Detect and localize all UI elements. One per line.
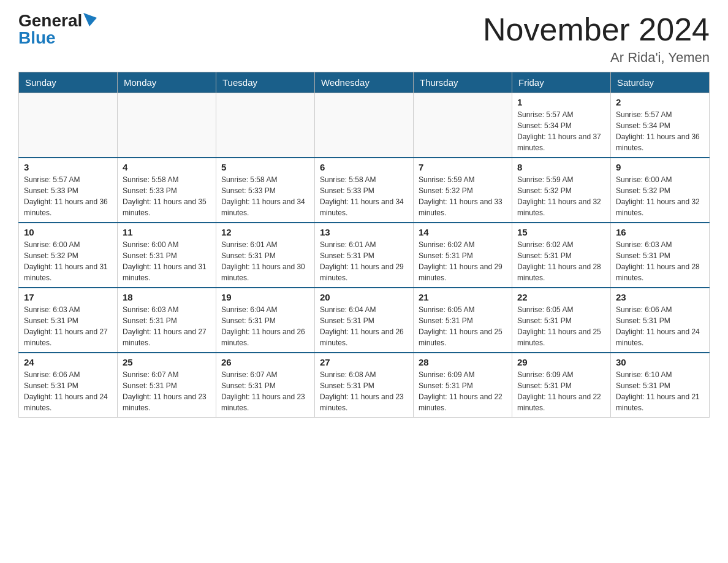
day-info: Sunrise: 6:03 AM Sunset: 5:31 PM Dayligh… <box>123 304 211 348</box>
calendar-cell: 28Sunrise: 6:09 AM Sunset: 5:31 PM Dayli… <box>414 353 512 418</box>
calendar-cell <box>118 93 216 158</box>
day-number: 4 <box>123 162 211 172</box>
day-number: 29 <box>517 357 605 367</box>
day-number: 7 <box>419 162 507 172</box>
day-number: 17 <box>24 292 112 302</box>
calendar-cell: 30Sunrise: 6:10 AM Sunset: 5:31 PM Dayli… <box>611 353 710 418</box>
page-header: General Blue November 2024 Ar Rida'i, Ye… <box>18 12 710 66</box>
calendar-cell: 4Sunrise: 5:58 AM Sunset: 5:33 PM Daylig… <box>118 158 216 223</box>
logo-icon <box>83 13 97 26</box>
day-number: 16 <box>616 227 704 237</box>
week-row-5: 24Sunrise: 6:06 AM Sunset: 5:31 PM Dayli… <box>19 353 710 418</box>
day-number: 21 <box>419 292 507 302</box>
calendar-cell: 20Sunrise: 6:04 AM Sunset: 5:31 PM Dayli… <box>315 288 414 353</box>
day-number: 10 <box>24 227 112 237</box>
day-number: 22 <box>517 292 605 302</box>
day-info: Sunrise: 6:03 AM Sunset: 5:31 PM Dayligh… <box>24 304 112 348</box>
calendar-cell: 16Sunrise: 6:03 AM Sunset: 5:31 PM Dayli… <box>611 223 710 288</box>
day-number: 8 <box>517 162 605 172</box>
calendar-cell: 14Sunrise: 6:02 AM Sunset: 5:31 PM Dayli… <box>414 223 512 288</box>
day-info: Sunrise: 5:58 AM Sunset: 5:33 PM Dayligh… <box>320 174 408 218</box>
week-row-1: 1Sunrise: 5:57 AM Sunset: 5:34 PM Daylig… <box>19 93 710 158</box>
calendar-cell: 26Sunrise: 6:07 AM Sunset: 5:31 PM Dayli… <box>216 353 315 418</box>
logo-blue-text: Blue <box>18 29 56 47</box>
weekday-header-row: SundayMondayTuesdayWednesdayThursdayFrid… <box>19 72 710 93</box>
calendar-cell <box>315 93 414 158</box>
weekday-monday: Monday <box>118 72 216 93</box>
calendar-cell: 23Sunrise: 6:06 AM Sunset: 5:31 PM Dayli… <box>611 288 710 353</box>
weekday-thursday: Thursday <box>414 72 512 93</box>
day-info: Sunrise: 6:01 AM Sunset: 5:31 PM Dayligh… <box>320 239 408 283</box>
day-info: Sunrise: 6:05 AM Sunset: 5:31 PM Dayligh… <box>419 304 507 348</box>
day-number: 2 <box>616 97 704 107</box>
calendar-cell: 11Sunrise: 6:00 AM Sunset: 5:31 PM Dayli… <box>118 223 216 288</box>
day-number: 19 <box>221 292 309 302</box>
day-info: Sunrise: 6:02 AM Sunset: 5:31 PM Dayligh… <box>419 239 507 283</box>
calendar-cell: 17Sunrise: 6:03 AM Sunset: 5:31 PM Dayli… <box>19 288 118 353</box>
week-row-3: 10Sunrise: 6:00 AM Sunset: 5:32 PM Dayli… <box>19 223 710 288</box>
day-info: Sunrise: 6:04 AM Sunset: 5:31 PM Dayligh… <box>320 304 408 348</box>
day-number: 13 <box>320 227 408 237</box>
day-info: Sunrise: 6:00 AM Sunset: 5:31 PM Dayligh… <box>123 239 211 283</box>
day-info: Sunrise: 5:57 AM Sunset: 5:34 PM Dayligh… <box>616 109 704 153</box>
day-number: 28 <box>419 357 507 367</box>
calendar-cell: 2Sunrise: 5:57 AM Sunset: 5:34 PM Daylig… <box>611 93 710 158</box>
day-number: 15 <box>517 227 605 237</box>
calendar-cell: 9Sunrise: 6:00 AM Sunset: 5:32 PM Daylig… <box>611 158 710 223</box>
calendar-cell: 22Sunrise: 6:05 AM Sunset: 5:31 PM Dayli… <box>512 288 611 353</box>
calendar-cell: 13Sunrise: 6:01 AM Sunset: 5:31 PM Dayli… <box>315 223 414 288</box>
day-info: Sunrise: 6:08 AM Sunset: 5:31 PM Dayligh… <box>320 369 408 413</box>
calendar-cell: 5Sunrise: 5:58 AM Sunset: 5:33 PM Daylig… <box>216 158 315 223</box>
calendar-cell: 18Sunrise: 6:03 AM Sunset: 5:31 PM Dayli… <box>118 288 216 353</box>
week-row-2: 3Sunrise: 5:57 AM Sunset: 5:33 PM Daylig… <box>19 158 710 223</box>
day-info: Sunrise: 6:02 AM Sunset: 5:31 PM Dayligh… <box>517 239 605 283</box>
day-info: Sunrise: 5:59 AM Sunset: 5:32 PM Dayligh… <box>517 174 605 218</box>
calendar-table: SundayMondayTuesdayWednesdayThursdayFrid… <box>18 72 710 418</box>
calendar-cell: 12Sunrise: 6:01 AM Sunset: 5:31 PM Dayli… <box>216 223 315 288</box>
calendar-cell <box>216 93 315 158</box>
calendar-cell: 8Sunrise: 5:59 AM Sunset: 5:32 PM Daylig… <box>512 158 611 223</box>
day-number: 1 <box>517 97 605 107</box>
day-number: 25 <box>123 357 211 367</box>
calendar-cell: 21Sunrise: 6:05 AM Sunset: 5:31 PM Dayli… <box>414 288 512 353</box>
day-info: Sunrise: 6:09 AM Sunset: 5:31 PM Dayligh… <box>419 369 507 413</box>
day-number: 9 <box>616 162 704 172</box>
day-number: 3 <box>24 162 112 172</box>
day-number: 11 <box>123 227 211 237</box>
day-info: Sunrise: 6:07 AM Sunset: 5:31 PM Dayligh… <box>221 369 309 413</box>
day-info: Sunrise: 5:57 AM Sunset: 5:33 PM Dayligh… <box>24 174 112 218</box>
week-row-4: 17Sunrise: 6:03 AM Sunset: 5:31 PM Dayli… <box>19 288 710 353</box>
calendar-cell: 1Sunrise: 5:57 AM Sunset: 5:34 PM Daylig… <box>512 93 611 158</box>
day-info: Sunrise: 6:10 AM Sunset: 5:31 PM Dayligh… <box>616 369 704 413</box>
day-info: Sunrise: 5:59 AM Sunset: 5:32 PM Dayligh… <box>419 174 507 218</box>
day-info: Sunrise: 6:09 AM Sunset: 5:31 PM Dayligh… <box>517 369 605 413</box>
calendar-cell: 19Sunrise: 6:04 AM Sunset: 5:31 PM Dayli… <box>216 288 315 353</box>
day-info: Sunrise: 6:00 AM Sunset: 5:32 PM Dayligh… <box>24 239 112 283</box>
calendar-cell: 25Sunrise: 6:07 AM Sunset: 5:31 PM Dayli… <box>118 353 216 418</box>
day-info: Sunrise: 6:07 AM Sunset: 5:31 PM Dayligh… <box>123 369 211 413</box>
day-number: 12 <box>221 227 309 237</box>
day-info: Sunrise: 5:58 AM Sunset: 5:33 PM Dayligh… <box>123 174 211 218</box>
calendar-cell: 15Sunrise: 6:02 AM Sunset: 5:31 PM Dayli… <box>512 223 611 288</box>
day-number: 27 <box>320 357 408 367</box>
day-info: Sunrise: 5:57 AM Sunset: 5:34 PM Dayligh… <box>517 109 605 153</box>
weekday-tuesday: Tuesday <box>216 72 315 93</box>
calendar-cell: 10Sunrise: 6:00 AM Sunset: 5:32 PM Dayli… <box>19 223 118 288</box>
day-number: 14 <box>419 227 507 237</box>
weekday-friday: Friday <box>512 72 611 93</box>
month-title: November 2024 <box>483 12 710 47</box>
day-number: 6 <box>320 162 408 172</box>
day-number: 24 <box>24 357 112 367</box>
calendar-cell <box>19 93 118 158</box>
day-info: Sunrise: 6:01 AM Sunset: 5:31 PM Dayligh… <box>221 239 309 283</box>
day-number: 5 <box>221 162 309 172</box>
calendar-cell: 27Sunrise: 6:08 AM Sunset: 5:31 PM Dayli… <box>315 353 414 418</box>
day-info: Sunrise: 6:06 AM Sunset: 5:31 PM Dayligh… <box>24 369 112 413</box>
day-number: 30 <box>616 357 704 367</box>
day-number: 18 <box>123 292 211 302</box>
calendar-cell <box>414 93 512 158</box>
calendar-cell: 29Sunrise: 6:09 AM Sunset: 5:31 PM Dayli… <box>512 353 611 418</box>
svg-marker-0 <box>83 13 97 26</box>
logo: General Blue <box>18 12 97 47</box>
day-number: 23 <box>616 292 704 302</box>
